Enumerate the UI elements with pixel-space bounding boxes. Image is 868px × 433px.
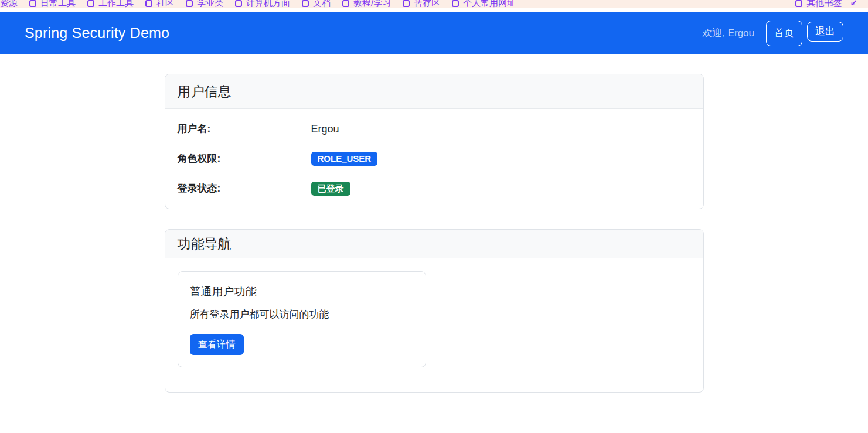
bookmark-folder-icon (452, 0, 459, 7)
feature-nav-card: 功能导航 普通用户功能 所有登录用户都可以访问的功能 查看详情 (165, 229, 704, 393)
bookmark-item-daily-tools[interactable]: 日常工具 (29, 0, 76, 8)
bookmark-item-label: 计算机方面 (246, 0, 290, 8)
bookmark-folder-icon (342, 0, 349, 7)
username-value: Ergou (311, 122, 339, 136)
user-feature-card: 普通用户功能 所有登录用户都可以访问的功能 查看详情 (178, 271, 426, 367)
feature-nav-card-title: 功能导航 (165, 230, 703, 258)
bookmark-item-label: 文档 (313, 0, 331, 8)
bookmark-item-tutorials[interactable]: 教程/学习 (342, 0, 391, 8)
bookmark-folder-icon (29, 0, 36, 7)
bookmark-item-label: 教程/学习 (353, 0, 391, 8)
role-row: 角色权限: ROLE_USER (178, 152, 691, 166)
role-badge: ROLE_USER (311, 152, 378, 166)
bookmark-folder-icon (795, 0, 802, 7)
bookmark-item-label: 日常工具 (40, 0, 76, 8)
bookmark-item-resources[interactable]: 资源 (0, 0, 18, 8)
bookmarks-bar: 资源 日常工具 工作工具 社区 学业类 计算机方面 文档 教程/学习 (0, 0, 868, 8)
bookmark-item-label: 学业类 (197, 0, 223, 8)
login-status-row: 登录状态: 已登录 (178, 182, 691, 196)
bookmark-item-personal-sites[interactable]: 个人常用网址 (452, 0, 516, 8)
bookmark-folder-icon (186, 0, 193, 7)
bookmark-item-computer[interactable]: 计算机方面 (235, 0, 290, 8)
home-button[interactable]: 首页 (766, 21, 802, 46)
bookmark-folder-icon (145, 0, 152, 7)
user-info-card: 用户信息 用户名: Ergou 角色权限: ROLE_USER 登录状态: 已登… (165, 74, 704, 209)
role-label: 角色权限: (178, 152, 311, 166)
feature-title: 普通用户功能 (190, 284, 414, 300)
arrow-down-left-icon[interactable]: ↙ (850, 0, 857, 8)
navbar: Spring Security Demo 欢迎, Ergou 首页 退出 (0, 12, 868, 54)
login-status-label: 登录状态: (178, 182, 311, 196)
bookmark-item-label: 个人常用网址 (463, 0, 516, 8)
bookmark-folder-icon (235, 0, 242, 7)
navbar-brand[interactable]: Spring Security Demo (25, 25, 169, 42)
bookmark-item-work-tools[interactable]: 工作工具 (87, 0, 134, 8)
bookmark-item-docs[interactable]: 文档 (302, 0, 331, 8)
bookmark-item-label: 工作工具 (98, 0, 134, 8)
username-row: 用户名: Ergou (178, 122, 691, 136)
bookmark-item-label: 其他书签 (806, 0, 842, 8)
bookmark-folder-icon (302, 0, 309, 7)
bookmark-item-other-bookmarks[interactable]: 其他书签 (795, 0, 842, 8)
page-body: 用户信息 用户名: Ergou 角色权限: ROLE_USER 登录状态: 已登… (0, 54, 868, 393)
bookmark-folder-icon (87, 0, 94, 7)
bookmark-item-academic[interactable]: 学业类 (186, 0, 223, 8)
bookmark-item-label: 暂存区 (414, 0, 440, 8)
feature-description: 所有登录用户都可以访问的功能 (190, 307, 414, 322)
view-details-button[interactable]: 查看详情 (190, 334, 244, 355)
bookmark-item-label: 资源 (0, 0, 18, 8)
user-info-card-body: 用户名: Ergou 角色权限: ROLE_USER 登录状态: 已登录 (165, 109, 703, 209)
login-status-badge: 已登录 (311, 182, 350, 196)
user-info-card-title: 用户信息 (165, 74, 703, 109)
bookmark-item-staging[interactable]: 暂存区 (403, 0, 440, 8)
bookmark-item-label: 社区 (156, 0, 174, 8)
feature-nav-card-body: 普通用户功能 所有登录用户都可以访问的功能 查看详情 (165, 258, 703, 392)
logout-button[interactable]: 退出 (807, 22, 843, 42)
welcome-text: 欢迎, Ergou (702, 26, 754, 40)
bookmark-item-community[interactable]: 社区 (145, 0, 174, 8)
bookmark-folder-icon (403, 0, 410, 7)
username-label: 用户名: (178, 122, 311, 136)
